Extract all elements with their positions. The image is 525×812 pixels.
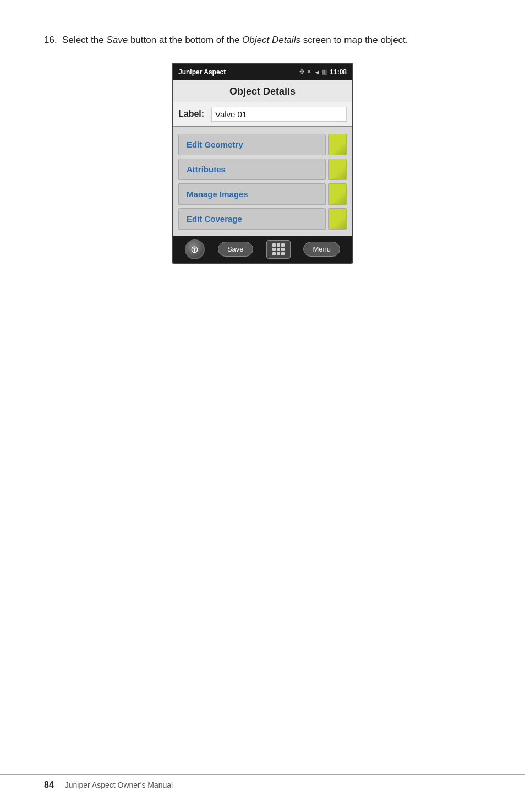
time-display: 11:08 (330, 68, 347, 76)
manage-images-button[interactable]: Manage Images (178, 183, 326, 205)
status-bar: Juniper Aspect ✤ ✕ ◄ ▥ 11:08 (173, 64, 352, 80)
save-button[interactable]: Save (218, 242, 253, 257)
manage-images-row: Manage Images (178, 183, 347, 205)
edit-coverage-icon (329, 209, 346, 229)
attributes-icon-btn[interactable] (328, 159, 347, 180)
save-italic: Save (106, 35, 128, 45)
page-number: 84 (44, 780, 54, 790)
object-details-italic: Object Details (242, 35, 300, 45)
manage-images-icon-btn[interactable] (328, 183, 347, 205)
status-icons: ✤ ✕ ◄ ▥ 11:08 (299, 68, 347, 76)
edit-coverage-row: Edit Coverage (178, 208, 347, 230)
footer-text: Juniper Aspect Owner's Manual (65, 781, 173, 789)
menu-button[interactable]: Menu (303, 242, 340, 257)
title-bar: Object Details (173, 80, 352, 102)
screen-title: Object Details (229, 86, 296, 97)
edit-coverage-icon-btn[interactable] (328, 208, 347, 230)
grid-icon (272, 243, 285, 255)
battery-icon: ▥ (322, 68, 327, 75)
app-screen: Object Details Label: Edit Geometry A (173, 80, 352, 263)
home-button[interactable]: ⊛ (185, 239, 205, 259)
attributes-button[interactable]: Attributes (178, 159, 326, 180)
app-name: Juniper Aspect (178, 68, 226, 76)
volume-icon: ◄ (314, 69, 320, 75)
label-input[interactable] (211, 107, 347, 122)
manage-images-icon (329, 184, 346, 204)
page-footer: 84 Juniper Aspect Owner's Manual (0, 774, 525, 795)
bottom-bar: ⊛ Save Menu (173, 236, 352, 263)
grid-button[interactable] (266, 240, 291, 259)
edit-geometry-icon (329, 134, 346, 155)
signal-x-icon: ✤ (299, 68, 304, 75)
attributes-row: Attributes (178, 159, 347, 180)
home-icon: ⊛ (190, 243, 199, 255)
label-row: Label: (173, 102, 352, 127)
device-frame: Juniper Aspect ✤ ✕ ◄ ▥ 11:08 Object Deta… (172, 63, 353, 264)
instruction-text: 16. Select the Save button at the bottom… (44, 33, 481, 47)
label-field-label: Label: (178, 109, 206, 119)
step-number: 16. (44, 35, 57, 45)
signal-x2-icon: ✕ (307, 68, 311, 75)
edit-geometry-icon-btn[interactable] (328, 134, 347, 155)
attributes-icon (329, 159, 346, 179)
edit-geometry-button[interactable]: Edit Geometry (178, 134, 326, 155)
buttons-area: Edit Geometry Attributes Manage Images (173, 127, 352, 236)
edit-geometry-row: Edit Geometry (178, 134, 347, 155)
edit-coverage-button[interactable]: Edit Coverage (178, 208, 326, 230)
